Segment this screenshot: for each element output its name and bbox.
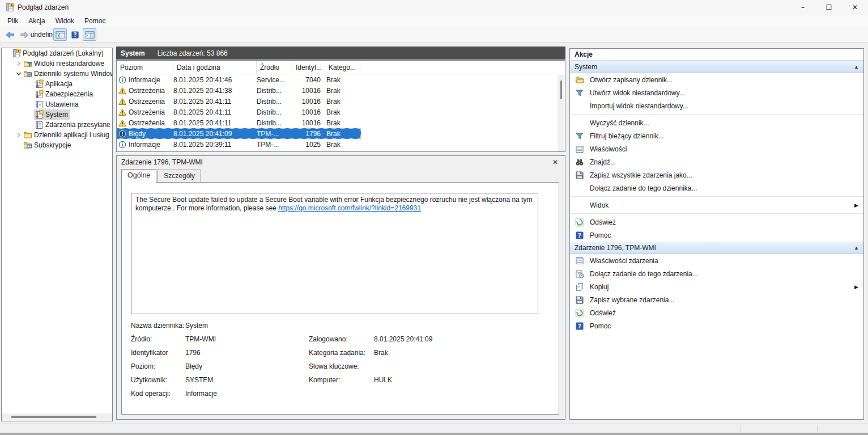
tree-item-label: Dzienniki aplikacji i usług [34, 131, 109, 139]
tab-szczegoly[interactable]: Szczegóły [158, 170, 201, 182]
level-label: Ostrzeżenia [129, 87, 165, 95]
collapse-section-icon[interactable]: ▲ [854, 245, 859, 251]
detail-field-row: Źródło:TPM-WMIZalogowano:8.01.2025 20:41… [131, 332, 547, 346]
log-badge-icon [35, 79, 44, 88]
column-header-poziom[interactable]: Poziom [117, 61, 173, 74]
event-list-vertical-scrollbar[interactable] [558, 75, 564, 151]
tree-horizontal-scrollbar[interactable] [2, 413, 112, 421]
event-row-1[interactable]: Informacje8.01.2025 20:41:46Service...70… [117, 74, 361, 85]
event-category: Brak [325, 98, 360, 105]
toolbar: undefined? [0, 27, 868, 43]
action-znajdz[interactable]: Znajdź... [570, 155, 863, 168]
event-count: Liczba zdarzeń: 53 866 [158, 49, 228, 57]
column-header-katego[interactable]: Katego... [325, 61, 360, 74]
menu-item-pomoc[interactable]: Pomoc [79, 16, 110, 26]
event-row-2[interactable]: Ostrzeżenia8.01.2025 20:41:38Distrib...1… [117, 85, 361, 96]
action-label: Wyczyść dziennik... [590, 119, 858, 127]
close-button[interactable]: ✕ [842, 0, 868, 15]
action-label: Zapisz wybrane zdarzenia... [590, 296, 858, 304]
event-message-link[interactable]: https://go.microsoft.com/fwlink/?linkid=… [278, 204, 421, 212]
console-tree-toggle-icon[interactable] [53, 28, 67, 41]
action-utworz-widok-niestandardowy[interactable]: Utwórz widok niestandardowy... [570, 86, 863, 99]
action-zapisz-wybrane-zdarzenia[interactable]: Zapisz wybrane zdarzenia... [570, 293, 863, 306]
tree-item-ustawienia[interactable]: Ustawienia [2, 99, 112, 109]
actions-section-header-system[interactable]: System▲ [570, 61, 863, 73]
action-wlasciwosci-zdarzenia[interactable]: Właściwości zdarzenia [570, 254, 863, 267]
tree-item-label: Ustawienia [45, 100, 79, 108]
action-otworz-zapisany-dziennik[interactable]: Otwórz zapisany dziennik... [570, 73, 863, 86]
action-zapisz-wszystkie-zdarzenia-jako[interactable]: Zapisz wszystkie zdarzenia jako... [570, 168, 863, 181]
actions-panel: Akcje System▲Otwórz zapisany dziennik...… [569, 48, 864, 420]
event-date: 8.01.2025 20:41:11 [173, 108, 257, 116]
action-wlasciwosci[interactable]: Właściwości [570, 142, 863, 155]
tree-item-subskrypcje[interactable]: Subskrypcje [2, 140, 112, 150]
submenu-arrow-icon: ▶ [854, 284, 858, 290]
event-date: 8.01.2025 20:41:46 [173, 76, 257, 84]
log-plain-icon [35, 100, 44, 109]
action-importuj-widok-niestandardowy[interactable]: Importuj widok niestandardowy... [570, 99, 863, 112]
actions-section-header-zdarzenie-1796-tpm-wmi[interactable]: Zdarzenie 1796, TPM-WMI▲ [570, 242, 863, 254]
tree-item-zabezpieczenia[interactable]: Zabezpieczenia [2, 89, 112, 99]
minimize-button[interactable]: – [790, 0, 816, 15]
action-dolacz-zadanie-do-tego-dziennika[interactable]: Dołącz zadanie do tego dziennika... [570, 181, 863, 195]
action-pomoc[interactable]: ?Pomoc [570, 229, 863, 242]
save-icon [575, 171, 585, 180]
action-label: Pomoc [590, 231, 858, 239]
event-row-4[interactable]: Ostrzeżenia8.01.2025 20:41:11Distrib...1… [117, 107, 361, 117]
warning-level-icon [118, 98, 126, 105]
level-label: Informacje [129, 141, 160, 149]
tree-item-label: Subskrypcje [34, 141, 71, 149]
tree-item-dzienniki-systemu-windows[interactable]: Dzienniki systemu Windows [2, 69, 112, 79]
action-label: Importuj widok niestandardowy... [590, 102, 858, 110]
action-odswiez[interactable]: Odśwież [570, 216, 863, 229]
chevron-right-icon[interactable] [14, 131, 23, 140]
open-saved-log-icon[interactable]: undefined [39, 28, 52, 41]
event-id: 10016 [292, 108, 325, 116]
tree-item-zdarzenia-przesylane-dalej[interactable]: Zdarzenia przesyłane dalej [2, 120, 112, 130]
event-row-7[interactable]: Informacje8.01.2025 20:39:11TPM-...1025B… [117, 139, 361, 150]
action-filtruj-biezacy-dziennik[interactable]: Filtruj bieżący dziennik... [570, 129, 863, 142]
help-icon: ? [575, 231, 585, 240]
chevron-down-icon[interactable] [14, 70, 23, 78]
forward-arrow-icon[interactable] [18, 28, 31, 41]
menu-item-plik[interactable]: Plik [2, 16, 23, 26]
tree-item-aplikacja[interactable]: Aplikacja [2, 79, 112, 89]
close-detail-icon[interactable]: ✕ [550, 158, 560, 166]
action-label: Filtruj bieżący dziennik... [590, 132, 858, 140]
menu-item-widok[interactable]: Widok [50, 16, 79, 26]
action-kopiuj[interactable]: Kopiuj▶ [570, 280, 863, 293]
collapse-section-icon[interactable]: ▲ [854, 64, 859, 70]
action-label: Odśwież [590, 218, 858, 226]
menu-item-akcja[interactable]: Akcja [23, 16, 50, 26]
action-widok[interactable]: Widok▶ [570, 199, 863, 212]
tree-item-dzienniki-aplikacji-i-uslug[interactable]: Dzienniki aplikacji i usług [2, 130, 112, 140]
log-title-bar: System Liczba zdarzeń: 53 866 [116, 47, 565, 60]
back-arrow-icon[interactable] [3, 28, 16, 41]
action-wyczysc-dziennik[interactable]: Wyczyść dziennik... [570, 116, 863, 129]
tree-item-podglad-zdarzen-lokalny[interactable]: Podgląd zdarzeń (Lokalny) [2, 48, 112, 58]
action-dolacz-zadanie-do-tego-zdarzenia[interactable]: Dołącz zadanie do tego zdarzenia... [570, 267, 863, 280]
actions-title: Akcje [570, 49, 863, 61]
event-row-5[interactable]: Ostrzeżenia8.01.2025 20:41:11Distrib...1… [117, 117, 361, 128]
help-icon[interactable]: ? [68, 28, 82, 41]
event-row-3[interactable]: Ostrzeżenia8.01.2025 20:41:11Distrib...1… [117, 96, 361, 107]
tree-item-label: Zdarzenia przesyłane dalej [45, 121, 113, 129]
tree-item-label: Podgląd zdarzeń (Lokalny) [23, 49, 104, 57]
filter-icon [575, 132, 585, 141]
column-header-zrodlo[interactable]: Źródło [257, 61, 292, 74]
action-pane-toggle-icon[interactable] [83, 28, 96, 41]
tree-item-system[interactable]: System [2, 109, 112, 120]
column-header-identyf[interactable]: Identyf... [292, 61, 325, 74]
action-label: Widok [590, 201, 851, 209]
action-odswiez[interactable]: Odśwież [570, 306, 863, 319]
chevron-right-icon[interactable] [14, 60, 23, 68]
event-row-6[interactable]: Błędy8.01.2025 20:41:09TPM-...1796Brak [117, 128, 361, 139]
tab-ogolne[interactable]: Ogólne [121, 169, 156, 183]
action-pomoc[interactable]: ?Pomoc [570, 319, 863, 332]
event-message-box[interactable]: The Secure Boot update failed to update … [131, 193, 538, 314]
event-id: 10016 [292, 87, 325, 95]
maximize-button[interactable]: ☐ [816, 0, 842, 15]
find-icon [575, 158, 585, 167]
column-header-data-i-godzina[interactable]: Data i godzina [173, 61, 257, 74]
tree-item-widoki-niestandardowe[interactable]: Widoki niestandardowe [2, 58, 112, 69]
